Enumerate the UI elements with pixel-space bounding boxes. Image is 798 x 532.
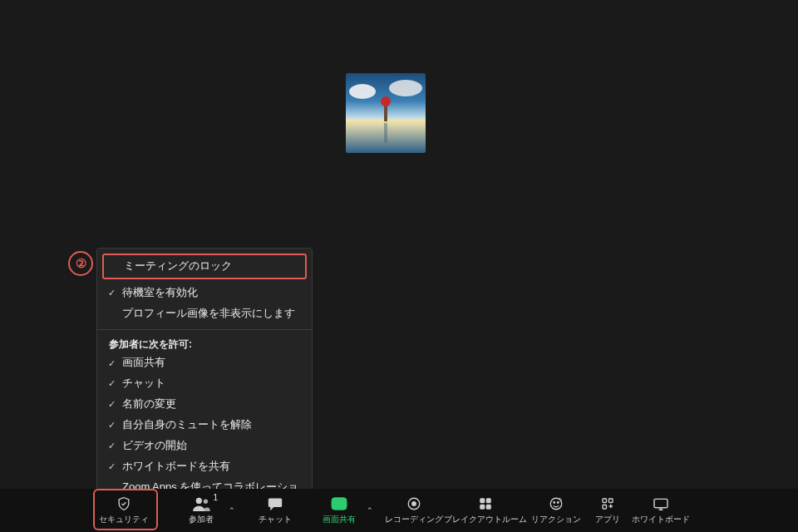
svg-rect-22	[654, 499, 667, 507]
breakout-rooms-button[interactable]: ブレイクアウトルーム	[444, 490, 527, 530]
whiteboard-icon	[653, 495, 669, 512]
toolbar-label: アプリ	[595, 514, 620, 525]
apps-icon	[600, 495, 615, 512]
menu-enable-waiting-room[interactable]: ✓ 待機室を有効化	[97, 283, 312, 303]
check-icon: ✓	[106, 461, 117, 472]
shield-icon	[116, 495, 132, 512]
share-screen-button[interactable]: 画面共有	[314, 490, 364, 530]
svg-point-2	[389, 80, 422, 96]
toolbar-label: リアクション	[531, 514, 581, 525]
share-screen-caret[interactable]: ⌃	[364, 490, 376, 530]
menu-allow-unmute-self[interactable]: ✓ 自分自身のミュートを解除	[97, 415, 312, 436]
toolbar-label: ブレイクアウトルーム	[444, 514, 527, 525]
check-icon: ✓	[106, 440, 117, 451]
menu-allow-share-whiteboard[interactable]: ✓ ホワイトボードを共有	[97, 456, 312, 477]
check-icon: ✓	[106, 287, 117, 298]
check-icon: ✓	[106, 377, 117, 389]
svg-point-7	[196, 498, 202, 504]
menu-item-label: 画面共有	[122, 356, 300, 370]
menu-allow-start-video[interactable]: ✓ ビデオの開始	[97, 436, 312, 456]
menu-lock-meeting[interactable]: ミーティングのロック	[102, 254, 307, 279]
svg-point-17	[554, 502, 555, 504]
svg-rect-3	[346, 121, 426, 123]
record-icon	[406, 495, 421, 512]
svg-point-5	[381, 96, 391, 106]
svg-rect-21	[603, 505, 607, 510]
svg-rect-6	[384, 123, 387, 143]
chat-icon	[267, 495, 283, 512]
toolbar-label: 画面共有	[323, 514, 356, 525]
meeting-toolbar: セキュリティ 1 参加者 ⌃ チャット 画面共有 ⌃	[0, 489, 798, 532]
menu-hide-profile-pictures[interactable]: プロフィール画像を非表示にします	[97, 303, 312, 324]
svg-rect-13	[486, 498, 491, 503]
svg-rect-20	[609, 499, 613, 503]
svg-rect-14	[480, 505, 485, 510]
annotation-2: ②	[68, 251, 93, 276]
svg-point-8	[204, 500, 208, 504]
reactions-button[interactable]: リアクション	[527, 490, 585, 530]
toolbar-label: チャット	[259, 514, 292, 525]
breakout-icon	[478, 495, 493, 512]
whiteboard-button[interactable]: ホワイトボード	[630, 490, 692, 530]
toolbar-label: ホワイトボード	[632, 514, 690, 525]
participants-caret[interactable]: ⌃	[226, 490, 238, 530]
participants-count: 1	[213, 493, 218, 502]
svg-rect-19	[603, 499, 607, 503]
self-video-tile[interactable]	[346, 73, 426, 153]
svg-point-18	[558, 502, 559, 504]
security-button[interactable]: セキュリティ	[93, 490, 155, 530]
menu-item-label: 自分自身のミュートを解除	[122, 418, 300, 432]
meeting-window: ② ミーティングのロック ✓ 待機室を有効化 プロフィール画像を非表示にします …	[0, 0, 798, 532]
svg-point-1	[349, 84, 376, 99]
menu-item-label: チャット	[122, 377, 300, 391]
participants-button[interactable]: 1 参加者	[176, 490, 226, 530]
menu-item-label: ミーティングのロック	[124, 259, 298, 273]
menu-item-label: ホワイトボードを共有	[122, 460, 300, 474]
chat-button[interactable]: チャット	[253, 490, 298, 530]
check-icon: ✓	[106, 398, 117, 410]
svg-rect-12	[480, 498, 485, 503]
menu-item-label: プロフィール画像を非表示にします	[122, 307, 300, 321]
share-screen-icon	[330, 495, 348, 512]
check-icon: ✓	[106, 357, 117, 369]
check-icon: ✓	[106, 419, 117, 431]
menu-divider	[97, 329, 312, 330]
svg-point-11	[412, 502, 416, 506]
menu-allow-rename[interactable]: ✓ 名前の変更	[97, 394, 312, 415]
toolbar-label: レコーディング	[385, 514, 443, 525]
toolbar-label: セキュリティ	[99, 514, 149, 525]
recording-button[interactable]: レコーディング	[384, 490, 444, 530]
participants-icon	[192, 495, 210, 512]
svg-point-16	[550, 498, 562, 510]
menu-item-label: ビデオの開始	[122, 439, 300, 453]
menu-item-label: 待機室を有効化	[122, 286, 300, 300]
menu-allow-chat[interactable]: ✓ チャット	[97, 373, 312, 394]
reactions-icon	[549, 495, 564, 512]
toolbar-label: 参加者	[189, 514, 214, 525]
menu-allow-screen-share[interactable]: ✓ 画面共有	[97, 352, 312, 373]
apps-button[interactable]: アプリ	[585, 490, 630, 530]
svg-rect-15	[486, 505, 491, 510]
menu-item-label: 名前の変更	[122, 397, 300, 411]
menu-allow-heading: 参加者に次を許可:	[97, 335, 312, 353]
